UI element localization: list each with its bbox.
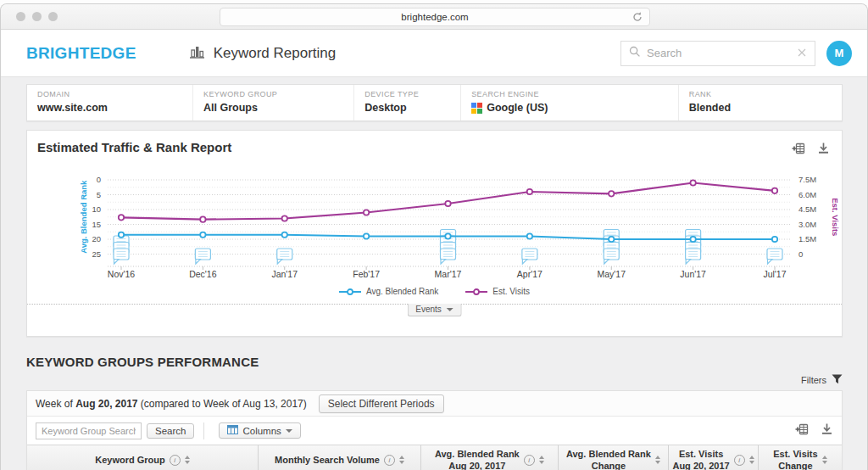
sort-icon[interactable] xyxy=(399,456,404,464)
filter-keyword-group[interactable]: KEYWORD GROUPAll Groups xyxy=(193,85,354,120)
address-bar[interactable]: brightedge.com xyxy=(220,8,650,26)
svg-text:7.5M: 7.5M xyxy=(798,175,816,184)
traffic-rank-report-panel: Estimated Traffic & Rank Report 05101520… xyxy=(26,130,843,337)
info-icon[interactable]: i xyxy=(170,455,181,466)
filter-device-type[interactable]: DEVICE TYPEDesktop xyxy=(354,85,461,120)
user-avatar[interactable]: M xyxy=(826,41,852,66)
column-header-label: Avg. Blended RankAug 20, 2017 xyxy=(435,448,520,470)
svg-text:0: 0 xyxy=(798,249,803,259)
report-title: Estimated Traffic & Rank Report xyxy=(37,140,231,154)
download-icon[interactable] xyxy=(817,142,830,158)
legend-item[interactable]: Est. Visits xyxy=(465,287,530,296)
filter-value: www.site.com xyxy=(37,102,192,114)
app-header: BRIGHTEDGE Keyword Reporting Search M xyxy=(1,30,867,77)
traffic-rank-chart[interactable]: 05101520257.5M6.0M4.5M3.0M1.5M0Avg. Blen… xyxy=(27,168,845,282)
legend-marker-icon xyxy=(465,288,487,296)
column-header-monthly-search-volume[interactable]: Monthly Search Volumei xyxy=(259,445,421,470)
filter-value: All Groups xyxy=(203,102,353,114)
svg-text:3.0M: 3.0M xyxy=(798,220,816,229)
svg-text:Jul'17: Jul'17 xyxy=(763,269,786,279)
download-icon[interactable] xyxy=(821,422,833,439)
period-prefix: Week of xyxy=(36,398,75,410)
events-toggle-button[interactable]: Events xyxy=(407,304,462,316)
column-header-est-visits[interactable]: Est. VisitsChange xyxy=(759,445,842,470)
svg-text:20: 20 xyxy=(92,234,101,243)
chart-legend: Avg. Blended RankEst. Visits xyxy=(27,287,842,296)
add-to-report-icon[interactable] xyxy=(792,142,805,158)
keyword-groups-table-panel: Week of Aug 20, 2017 (compared to Week o… xyxy=(26,390,843,470)
filters-label[interactable]: Filters xyxy=(801,375,826,385)
reload-icon[interactable] xyxy=(632,11,643,25)
clear-search-icon[interactable] xyxy=(797,46,807,61)
table-header-row: Keyword GroupiMonthly Search VolumeiAvg.… xyxy=(27,445,842,470)
google-icon xyxy=(471,103,482,114)
chevron-down-icon xyxy=(286,429,292,433)
svg-text:Dec'16: Dec'16 xyxy=(189,269,217,279)
window-close-dot[interactable] xyxy=(16,12,25,21)
events-button-label: Events xyxy=(415,305,442,314)
legend-item[interactable]: Avg. Blended Rank xyxy=(339,287,438,296)
filter-bar: DOMAINwww.site.comKEYWORD GROUPAll Group… xyxy=(26,84,843,121)
svg-text:0: 0 xyxy=(97,175,101,184)
filter-value: Blended xyxy=(689,102,842,114)
bar-chart-icon xyxy=(189,44,205,63)
svg-text:Est. Visits: Est. Visits xyxy=(831,198,840,236)
sort-icon[interactable] xyxy=(655,456,660,464)
add-to-report-icon[interactable] xyxy=(795,422,809,439)
filter-funnel-icon[interactable] xyxy=(832,374,843,386)
info-icon[interactable]: i xyxy=(384,455,395,466)
period-comparison: (compared to Week of Aug 13, 2017) xyxy=(138,398,307,410)
column-header-label: Avg. Blended RankChange xyxy=(566,448,651,470)
filter-domain[interactable]: DOMAINwww.site.com xyxy=(27,85,193,120)
svg-text:May'17: May'17 xyxy=(597,269,626,279)
section-title: KEYWORD GROUPS PERFORMANCE xyxy=(26,355,843,369)
main-content: DOMAINwww.site.comKEYWORD GROUPAll Group… xyxy=(1,77,867,470)
window-minimize-dot[interactable] xyxy=(32,12,42,21)
column-header-est-visits[interactable]: Est. VisitsAug 20, 2017i xyxy=(669,445,759,470)
filter-value: Desktop xyxy=(364,102,460,114)
search-placeholder: Search xyxy=(647,47,791,59)
select-different-periods-button[interactable]: Select Different Periods xyxy=(319,394,444,413)
toolbar-divider xyxy=(203,422,204,439)
table-toolbar: Search Columns xyxy=(27,417,842,445)
period-row: Week of Aug 20, 2017 (compared to Week o… xyxy=(27,391,842,417)
filter-search-engine[interactable]: SEARCH ENGINEGoogle (US) xyxy=(461,85,679,120)
window-controls[interactable] xyxy=(16,12,58,21)
columns-button[interactable]: Columns xyxy=(219,422,300,439)
svg-text:Mar'17: Mar'17 xyxy=(435,269,462,279)
svg-text:1.5M: 1.5M xyxy=(798,234,816,243)
column-header-label: Est. VisitsAug 20, 2017 xyxy=(672,448,729,470)
column-header-avg-blended-rank[interactable]: Avg. Blended RankAug 20, 2017i xyxy=(421,445,558,470)
filter-value: Google (US) xyxy=(471,102,678,114)
browser-window: brightedge.com BRIGHTEDGE Keyword Report… xyxy=(0,3,868,470)
svg-text:10: 10 xyxy=(92,204,101,214)
info-icon[interactable]: i xyxy=(734,455,745,466)
filter-rank[interactable]: RANKBlended xyxy=(679,85,842,120)
url-text: brightedge.com xyxy=(401,12,468,22)
info-icon[interactable]: i xyxy=(524,455,535,466)
sort-icon[interactable] xyxy=(749,456,754,464)
column-header-label: Keyword Group xyxy=(95,454,165,466)
period-text: Week of Aug 20, 2017 (compared to Week o… xyxy=(36,398,307,410)
column-header-avg-blended-rank[interactable]: Avg. Blended RankChange xyxy=(559,445,670,470)
columns-button-label: Columns xyxy=(242,426,281,436)
svg-text:6.0M: 6.0M xyxy=(798,190,816,199)
keyword-group-search-button[interactable]: Search xyxy=(147,423,194,439)
events-strip: Events xyxy=(27,304,842,322)
column-header-keyword-group[interactable]: Keyword Groupi xyxy=(27,445,259,470)
page-title: Keyword Reporting xyxy=(189,44,337,63)
sort-icon[interactable] xyxy=(822,456,827,464)
brightedge-logo[interactable]: BRIGHTEDGE xyxy=(26,44,136,63)
filter-label: KEYWORD GROUP xyxy=(203,90,353,98)
window-zoom-dot[interactable] xyxy=(48,12,58,21)
svg-text:Feb'17: Feb'17 xyxy=(353,269,380,279)
svg-text:5: 5 xyxy=(97,190,101,199)
page-title-text: Keyword Reporting xyxy=(214,45,337,62)
keyword-group-search-input[interactable] xyxy=(36,422,142,439)
column-header-label: Est. VisitsChange xyxy=(773,448,817,470)
period-date: Aug 20, 2017 xyxy=(75,398,137,410)
global-search-field[interactable]: Search xyxy=(620,41,815,66)
sort-icon[interactable] xyxy=(185,456,190,464)
sort-icon[interactable] xyxy=(539,456,544,464)
column-header-label: Monthly Search Volume xyxy=(275,454,380,466)
